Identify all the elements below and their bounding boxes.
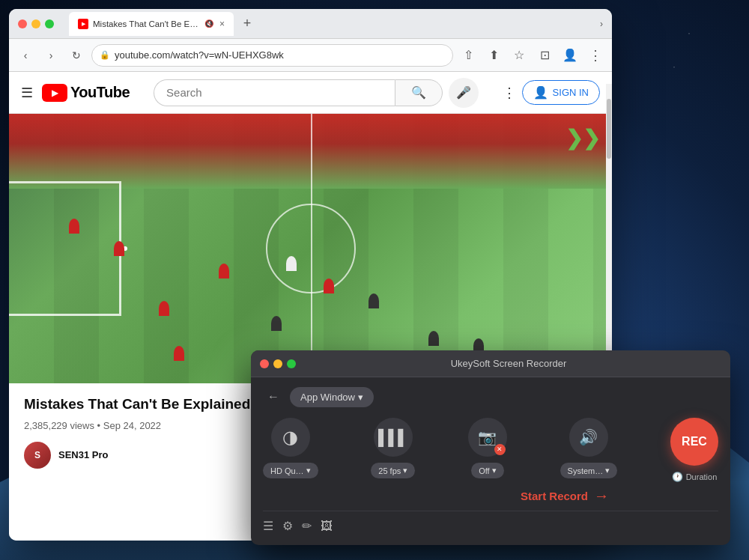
fps-control: ▌▌▌ 25 fps ▾ — [371, 418, 415, 478]
profile-icon[interactable]: 👤 — [560, 45, 580, 66]
camera-label: Off — [479, 466, 489, 475]
scrollbar-thumb[interactable] — [607, 99, 611, 159]
search-input[interactable] — [154, 79, 395, 106]
image-button[interactable]: 🖼 — [321, 520, 333, 533]
rec-duration-label: Duration — [686, 472, 718, 481]
tab-mute-icon[interactable]: 🔇 — [204, 19, 213, 28]
rec-button-area: REC 🕐 Duration Start Record → — [670, 418, 718, 482]
start-record-label: Start Record — [521, 490, 588, 502]
reload-button[interactable]: ↻ — [66, 45, 87, 66]
url-bar[interactable]: 🔒 youtube.com/watch?v=wN-UEHXG8wk — [91, 44, 453, 67]
minimize-button[interactable] — [31, 19, 40, 28]
sign-in-icon: 👤 — [533, 85, 548, 100]
quality-dropdown[interactable]: HD Qu… ▾ — [263, 463, 318, 478]
back-button[interactable]: ‹ — [15, 45, 36, 66]
player-white-1 — [286, 256, 297, 271]
bookmark-icon[interactable]: ☆ — [509, 45, 530, 66]
fps-dropdown[interactable]: 25 fps ▾ — [371, 463, 415, 478]
settings-button[interactable]: ⚙ — [282, 519, 293, 533]
start-record-hint: Start Record → — [521, 487, 609, 505]
address-icons: ⇧ ⬆ ☆ ⊡ 👤 ⋮ — [458, 45, 606, 66]
tab-bar: Mistakes That Can't Be Ex… 🔇 × + › — [69, 12, 603, 36]
recorder-controls: ◑ HD Qu… ▾ ▌▌▌ 25 fps ▾ 📷 Off ▾ — [263, 418, 718, 482]
recorder-toolbar: ☰ ⚙ ✏ 🖼 — [263, 511, 718, 533]
camera-control: 📷 Off ▾ — [468, 418, 507, 478]
quality-control: ◑ HD Qu… ▾ — [263, 418, 318, 478]
youtube-logo[interactable]: YouTube — [42, 84, 130, 102]
recorder-app: UkeySoft Screen Recorder ← App Window ▾ … — [251, 350, 730, 545]
recorder-mode-chevron: ▾ — [358, 392, 363, 403]
video-player[interactable]: ❯❯ SEN21 — [9, 114, 612, 383]
player-red-2 — [114, 241, 124, 256]
player-red-6 — [324, 279, 334, 293]
rec-button[interactable]: REC — [670, 418, 718, 466]
quality-chevron: ▾ — [306, 466, 311, 475]
player-red-4 — [159, 301, 169, 316]
camera-chevron: ▾ — [492, 466, 497, 475]
player-black-2 — [369, 293, 379, 308]
player-black-1 — [271, 316, 282, 331]
voice-search-button[interactable]: 🎤 — [449, 78, 479, 108]
audio-label: System… — [568, 466, 604, 475]
tab-favicon — [78, 19, 88, 29]
audio-button[interactable]: 🔊 — [569, 418, 608, 457]
youtube-header: ☰ YouTube 🔍 🎤 ⋮ 👤 SIGN IN — [9, 72, 612, 114]
recorder-maximize-button[interactable] — [287, 359, 296, 368]
share-icon[interactable]: ⬆ — [483, 45, 504, 66]
tab-title: Mistakes That Can't Be Ex… — [93, 19, 198, 28]
player-red-3 — [219, 264, 229, 279]
recorder-back-button[interactable]: ← — [263, 386, 284, 407]
lock-icon: 🔒 — [100, 50, 110, 60]
recorder-title: UkeySoft Screen Recorder — [296, 358, 721, 369]
cast-icon[interactable]: ⇧ — [458, 45, 479, 66]
url-text: youtube.com/watch?v=wN-UEHXG8wk — [115, 49, 284, 61]
quality-button[interactable]: ◑ — [271, 418, 310, 457]
arrow-icon: → — [594, 487, 609, 505]
list-button[interactable]: ☰ — [263, 519, 273, 533]
player-black-3 — [428, 331, 439, 346]
forward-button[interactable]: › — [40, 45, 61, 66]
browser-tab[interactable]: Mistakes That Can't Be Ex… 🔇 × — [69, 12, 234, 36]
tab-overflow-chevron[interactable]: › — [600, 19, 603, 29]
recorder-nav: ← App Window ▾ — [263, 386, 718, 407]
quality-label: HD Qu… — [270, 466, 304, 475]
camera-button[interactable]: 📷 — [468, 418, 507, 457]
recorder-close-button[interactable] — [260, 359, 269, 368]
hamburger-menu-button[interactable]: ☰ — [21, 85, 33, 101]
recorder-mode-button[interactable]: App Window ▾ — [290, 387, 374, 407]
video-field: ❯❯ SEN21 — [9, 114, 612, 383]
browser-title-bar: Mistakes That Can't Be Ex… 🔇 × + › — [9, 9, 612, 39]
audio-bars-button[interactable]: ▌▌▌ — [374, 418, 413, 457]
sign-in-button[interactable]: 👤 SIGN IN — [522, 80, 600, 105]
recorder-body: ← App Window ▾ ◑ HD Qu… ▾ ▌▌▌ 25 fps — [251, 377, 730, 545]
camera-dropdown[interactable]: Off ▾ — [471, 463, 503, 478]
reading-list-icon[interactable]: ⊡ — [534, 45, 555, 66]
channel-name[interactable]: SEN31 Pro — [58, 449, 108, 460]
recorder-traffic-lights — [260, 359, 296, 368]
youtube-header-right: ⋮ 👤 SIGN IN — [503, 80, 600, 105]
address-bar: ‹ › ↻ 🔒 youtube.com/watch?v=wN-UEHXG8wk … — [9, 39, 612, 72]
channel-avatar[interactable]: S — [24, 442, 51, 469]
more-options-button[interactable]: ⋮ — [503, 85, 516, 101]
new-tab-button[interactable]: + — [237, 13, 258, 34]
fps-chevron: ▾ — [403, 466, 407, 475]
recorder-minimize-button[interactable] — [273, 359, 282, 368]
audio-dropdown[interactable]: System… ▾ — [560, 463, 618, 478]
youtube-logo-icon — [42, 84, 67, 102]
fps-label: 25 fps — [378, 466, 401, 475]
sign-in-label: SIGN IN — [553, 87, 589, 98]
audio-control: 🔊 System… ▾ — [560, 418, 618, 478]
tab-close-button[interactable]: × — [219, 19, 225, 29]
field-lines — [9, 114, 612, 383]
recorder-mode-label: App Window — [300, 392, 355, 403]
search-button[interactable]: 🔍 — [395, 79, 443, 106]
traffic-lights — [18, 19, 54, 28]
player-red-1 — [69, 219, 79, 234]
youtube-search-bar: 🔍 🎤 — [154, 78, 479, 108]
maximize-button[interactable] — [45, 19, 54, 28]
goal-area — [9, 181, 121, 316]
close-button[interactable] — [18, 19, 27, 28]
youtube-logo-text: YouTube — [70, 84, 130, 101]
edit-button[interactable]: ✏ — [302, 519, 312, 533]
more-options-icon[interactable]: ⋮ — [585, 45, 606, 66]
